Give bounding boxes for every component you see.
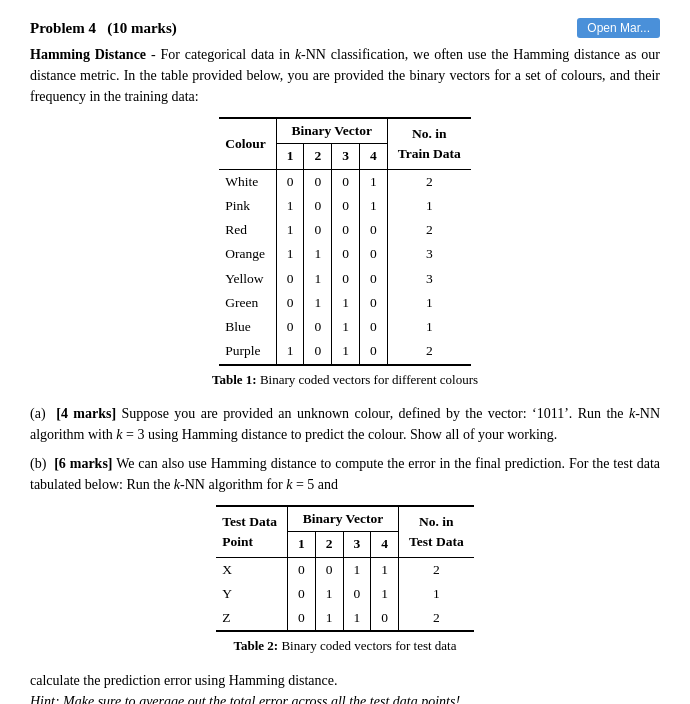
th-bv2: 2 xyxy=(304,144,332,169)
colour-cell: Green xyxy=(219,291,276,315)
bv-cell: 1 xyxy=(315,582,343,606)
train-cell: 2 xyxy=(387,339,471,364)
bv-cell: 1 xyxy=(343,557,371,582)
bv-cell: 1 xyxy=(343,606,371,631)
open-mark-button[interactable]: Open Mar... xyxy=(577,18,660,38)
bv-cell: 0 xyxy=(371,606,399,631)
th-bv1: 1 xyxy=(276,144,304,169)
table2-caption: Table 2: Binary coded vectors for test d… xyxy=(234,636,457,656)
table-row: Z01102 xyxy=(216,606,473,631)
bv-cell: 0 xyxy=(332,218,360,242)
point-cell: X xyxy=(216,557,287,582)
part-a-text: Suppose you are provided an unknown colo… xyxy=(116,406,629,421)
point-cell: Z xyxy=(216,606,287,631)
th2-bv4: 4 xyxy=(371,532,399,557)
train-cell: 3 xyxy=(387,267,471,291)
colour-cell: Purple xyxy=(219,339,276,364)
problem-marks: (10 marks) xyxy=(107,20,177,36)
train-cell: 2 xyxy=(387,169,471,194)
train-cell: 1 xyxy=(387,315,471,339)
bv-cell: 0 xyxy=(276,315,304,339)
table-row: Green01101 xyxy=(219,291,471,315)
bv-cell: 1 xyxy=(359,169,387,194)
test-cell: 1 xyxy=(399,582,474,606)
hint-text: Hint: Make sure to average out the total… xyxy=(30,694,460,704)
bv-cell: 0 xyxy=(304,194,332,218)
bv-cell: 1 xyxy=(359,194,387,218)
th2-bv1: 1 xyxy=(288,532,316,557)
table-row: Red10002 xyxy=(219,218,471,242)
bv-cell: 0 xyxy=(343,582,371,606)
table1: Colour Binary Vector No. inTrain Data 1 … xyxy=(219,117,471,366)
bv-cell: 1 xyxy=(276,242,304,266)
part-a-marks: [4 marks] xyxy=(56,406,116,421)
th-testdata: Test DataPoint xyxy=(216,506,287,557)
th-bv: Binary Vector xyxy=(276,118,387,144)
bv-cell: 0 xyxy=(332,267,360,291)
bv-cell: 0 xyxy=(332,194,360,218)
table-row: Orange11003 xyxy=(219,242,471,266)
problem-title: Problem 4 (10 marks) xyxy=(30,20,177,37)
intro-text1: - For categorical data in xyxy=(146,47,295,62)
part-b-marks: [6 marks] xyxy=(54,456,112,471)
colour-cell: Red xyxy=(219,218,276,242)
bv-cell: 1 xyxy=(304,291,332,315)
part-b-text1: We can also use Hamming distance to comp… xyxy=(30,456,660,492)
bv-cell: 0 xyxy=(359,291,387,315)
bv-cell: 0 xyxy=(288,606,316,631)
part-b-calc: calculate the prediction error using Ham… xyxy=(30,673,338,688)
part-b: (b) [6 marks] We can also use Hamming di… xyxy=(30,453,660,495)
table1-caption-text: Binary coded vectors for different colou… xyxy=(257,372,478,387)
intro-paragraph: Hamming Distance - For categorical data … xyxy=(30,44,660,107)
problem-body: Hamming Distance - For categorical data … xyxy=(30,44,660,704)
bv-cell: 1 xyxy=(332,339,360,364)
th2-bv2: 2 xyxy=(315,532,343,557)
test-cell: 2 xyxy=(399,557,474,582)
colour-cell: Pink xyxy=(219,194,276,218)
bv-cell: 0 xyxy=(304,218,332,242)
th-bv4: 4 xyxy=(359,144,387,169)
colour-cell: Yellow xyxy=(219,267,276,291)
bv-cell: 0 xyxy=(332,169,360,194)
bv-cell: 1 xyxy=(304,267,332,291)
problem-header: Problem 4 (10 marks) Open Mar... xyxy=(30,18,660,38)
term-hamming: Hamming Distance xyxy=(30,47,146,62)
colour-cell: Orange xyxy=(219,242,276,266)
bv-cell: 0 xyxy=(359,267,387,291)
bv-cell: 0 xyxy=(304,169,332,194)
table2-wrapper: Test DataPoint Binary Vector No. inTest … xyxy=(30,505,660,656)
part-a: (a) [4 marks] Suppose you are provided a… xyxy=(30,403,660,445)
th2-bv3: 3 xyxy=(343,532,371,557)
colour-cell: Blue xyxy=(219,315,276,339)
bv-cell: 0 xyxy=(276,169,304,194)
part-b-cont: calculate the prediction error using Ham… xyxy=(30,670,660,704)
part-b-text3: = 5 and xyxy=(292,477,338,492)
bv-cell: 0 xyxy=(304,315,332,339)
bv-cell: 1 xyxy=(332,291,360,315)
part-b-label: (b) xyxy=(30,456,46,471)
bv-cell: 1 xyxy=(276,194,304,218)
bv-cell: 1 xyxy=(304,242,332,266)
th-train: No. inTrain Data xyxy=(387,118,471,169)
table-row: Pink10011 xyxy=(219,194,471,218)
bv-cell: 1 xyxy=(315,606,343,631)
colour-cell: White xyxy=(219,169,276,194)
th-testcol: No. inTest Data xyxy=(399,506,474,557)
bv-cell: 0 xyxy=(315,557,343,582)
bv-cell: 1 xyxy=(371,557,399,582)
bv-cell: 1 xyxy=(371,582,399,606)
table1-wrapper: Colour Binary Vector No. inTrain Data 1 … xyxy=(30,117,660,389)
bv-cell: 0 xyxy=(276,267,304,291)
bv-cell: 0 xyxy=(304,339,332,364)
point-cell: Y xyxy=(216,582,287,606)
table2: Test DataPoint Binary Vector No. inTest … xyxy=(216,505,473,632)
bv-cell: 0 xyxy=(359,315,387,339)
bv-cell: 0 xyxy=(288,582,316,606)
table-row: Purple10102 xyxy=(219,339,471,364)
table-row: X00112 xyxy=(216,557,473,582)
bv-cell: 0 xyxy=(359,242,387,266)
table-row: Blue00101 xyxy=(219,315,471,339)
train-cell: 1 xyxy=(387,194,471,218)
bv-cell: 0 xyxy=(332,242,360,266)
table-row: Y01011 xyxy=(216,582,473,606)
